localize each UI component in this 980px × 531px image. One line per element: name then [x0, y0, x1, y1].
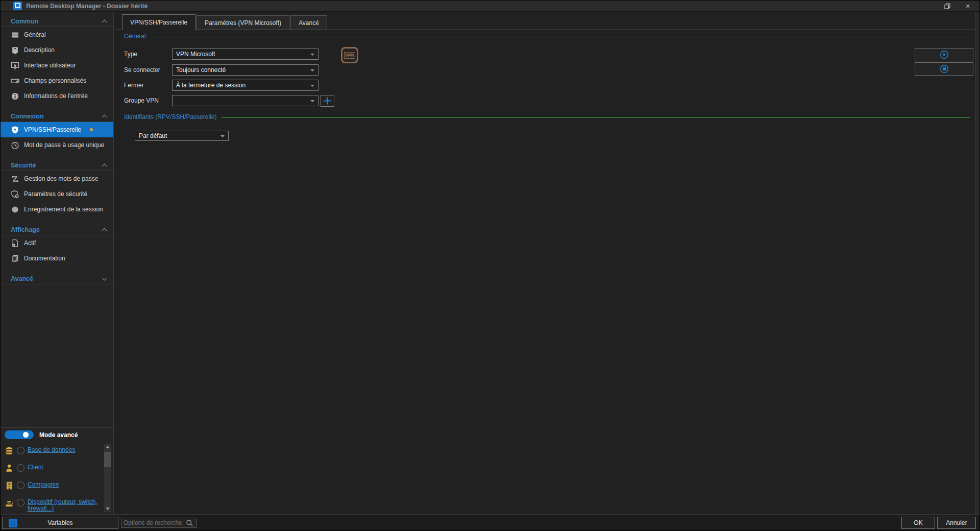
search-icon[interactable]	[185, 519, 194, 527]
variables-label: Variables	[3, 519, 118, 526]
search-box	[121, 518, 197, 528]
list-item-base-de-donnees: Base de données	[1, 446, 113, 463]
sidebar-item-mot-de-passe-usage-unique[interactable]: Mot de passe à usage unique	[1, 137, 113, 153]
client-person-icon	[5, 464, 14, 473]
radio-button[interactable]	[17, 447, 24, 454]
sidebar-item-label: Actif	[24, 239, 36, 247]
groupe-vpn-dropdown[interactable]	[172, 95, 318, 106]
sidebar-item-label: Mot de passe à usage unique	[24, 141, 104, 149]
sidebar-item-label: VPN/SSH/Passerelle	[24, 126, 81, 133]
tab-avance[interactable]: Avancé	[290, 15, 327, 30]
section-label: Connexion	[11, 113, 44, 120]
type-label: Type	[124, 51, 137, 58]
sidebar-item-parametres-securite[interactable]: Paramètres de sécurité	[1, 186, 113, 202]
type-dropdown[interactable]: VPN Microsoft	[172, 49, 318, 60]
se-connecter-label: Se connecter	[124, 66, 160, 74]
vpn-connect-button[interactable]	[915, 48, 973, 61]
sidebar-item-informations-entree[interactable]: Informations de l'entrée	[1, 88, 113, 104]
template-type-list: Base de données Client Compagnie Disposi…	[1, 442, 113, 514]
section-title-label: Général	[124, 33, 146, 40]
close-icon: ×	[966, 2, 970, 10]
list-item-compagnie: Compagnie	[1, 480, 113, 498]
stop-icon	[940, 64, 949, 74]
document-info-icon	[11, 239, 19, 248]
template-link[interactable]: Compagnie	[28, 480, 59, 488]
dropdown-value: À la fermeture de session	[176, 82, 246, 89]
search-input[interactable]	[121, 519, 185, 526]
credentials-dropdown[interactable]: Par défaut	[135, 131, 229, 141]
advanced-mode-row: Mode avancé	[1, 427, 113, 442]
timer-clock-icon	[11, 141, 19, 150]
restore-window-button[interactable]	[944, 3, 951, 10]
advanced-mode-toggle[interactable]	[5, 430, 34, 439]
window-controls: ×	[944, 3, 971, 10]
variables-grid-icon	[9, 519, 17, 527]
list-item-dispositif: Dispositif (routeur, switch, firewall...…	[1, 498, 113, 514]
scrollbar-thumb[interactable]	[104, 452, 111, 467]
restore-icon	[944, 3, 950, 9]
chevron-down-icon	[102, 275, 107, 280]
vpn-disconnect-button[interactable]	[915, 62, 973, 76]
sidebar-item-description[interactable]: Description	[1, 42, 113, 58]
chevron-up-icon	[102, 228, 107, 233]
scroll-down-icon[interactable]	[104, 505, 111, 512]
sidebar-item-label: Description	[24, 46, 55, 54]
record-circle-icon	[11, 205, 19, 214]
ok-label: OK	[914, 519, 922, 526]
close-window-button[interactable]: ×	[964, 3, 971, 10]
add-vpn-group-button[interactable]	[321, 95, 334, 107]
sidebar-item-documentation[interactable]: Documentation	[1, 251, 113, 266]
list-item-client: Client	[1, 463, 113, 480]
section-header-commun[interactable]: Commun	[1, 16, 113, 27]
template-link[interactable]: Dispositif (routeur, switch, firewall...…	[28, 498, 102, 512]
general-section-title: Général	[124, 33, 970, 40]
content-scrollbar[interactable]	[975, 12, 979, 514]
chevron-up-icon	[102, 115, 107, 120]
play-icon	[940, 50, 949, 59]
toggle-knob	[23, 432, 29, 438]
variables-button[interactable]: Variables	[2, 517, 118, 529]
section-label: Affichage	[11, 226, 40, 233]
section-header-avance[interactable]: Avancé	[1, 273, 113, 284]
radio-button[interactable]	[17, 464, 24, 472]
sidebar-item-actif[interactable]: Actif	[1, 235, 113, 251]
sidebar-item-label: Interface utilisateur	[24, 62, 76, 69]
dropdown-value: Par défaut	[139, 132, 167, 139]
dropdown-value: VPN Microsoft	[176, 51, 215, 58]
template-link[interactable]: Client	[28, 463, 43, 471]
section-header-affichage[interactable]: Affichage	[1, 224, 113, 235]
tag-icon	[11, 46, 19, 55]
sidebar-item-gestion-mots-de-passe[interactable]: Gestion des mots de passe	[1, 171, 113, 186]
app-icon	[13, 2, 22, 10]
sidebar-item-enregistrement-session[interactable]: Enregistrement de la session	[1, 202, 113, 217]
section-header-securite[interactable]: Sécurité	[1, 160, 113, 171]
info-circle-icon	[11, 92, 19, 101]
template-list-scrollbar[interactable]	[104, 444, 111, 512]
section-header-connexion[interactable]: Connexion	[1, 111, 113, 122]
tab-vpn-ssh-passerelle[interactable]: VPN/SSH/Passerelle	[122, 14, 195, 30]
template-link[interactable]: Base de données	[28, 446, 75, 453]
radio-button[interactable]	[17, 499, 24, 506]
sidebar-item-champs-personnalises[interactable]: Champs personnalisés	[1, 73, 113, 88]
sidebar-item-interface-utilisateur[interactable]: Interface utilisateur	[1, 58, 113, 73]
sidebar-item-label: Gestion des mots de passe	[24, 175, 98, 182]
cancel-label: Annuler	[946, 519, 967, 526]
path-z-nodes-icon	[11, 175, 19, 183]
sidebar-item-vpn-ssh-passerelle[interactable]: VPN/SSH/Passerelle	[1, 122, 113, 137]
shield-icon	[11, 126, 19, 134]
vpn-type-badge: VPN	[341, 47, 358, 63]
dropdown-arrow-icon	[310, 54, 314, 56]
rdm-window: Remote Desktop Manager - Dossier hérité …	[0, 0, 980, 531]
chevron-up-icon	[102, 20, 107, 25]
document-stack-icon	[11, 254, 19, 263]
sidebar-item-label: Informations de l'entrée	[24, 92, 88, 100]
chevron-up-icon	[102, 164, 107, 169]
tab-parametres-vpn-microsoft[interactable]: Paramètres (VPN Microsoft)	[197, 15, 289, 30]
fermer-dropdown[interactable]: À la fermeture de session	[172, 80, 318, 91]
cancel-button[interactable]: Annuler	[937, 517, 976, 529]
se-connecter-dropdown[interactable]: Toujours connecté	[172, 64, 318, 76]
scroll-up-icon[interactable]	[104, 444, 111, 450]
ok-button[interactable]: OK	[901, 517, 935, 529]
sidebar-item-general[interactable]: Général	[1, 27, 113, 42]
radio-button[interactable]	[17, 481, 24, 489]
